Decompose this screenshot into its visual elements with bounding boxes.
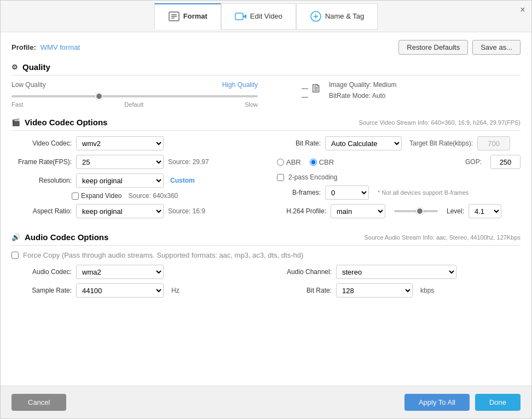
sample-rate-label: Sample Rate: bbox=[11, 287, 72, 294]
video-codec-section: 🎬 Video Codec Options Source Video Strea… bbox=[11, 118, 521, 223]
iq-line-2 bbox=[302, 97, 308, 98]
bitrate-mode-value: BitRate Mode: Auto bbox=[329, 92, 396, 100]
frame-rate-label: Frame Rate(FPS): bbox=[11, 158, 72, 166]
tab-edit-video[interactable]: Edit Video bbox=[221, 3, 296, 30]
audio-codec-section: 🔊 Audio Codec Options Source Audio Strea… bbox=[11, 232, 521, 302]
audio-bitrate-row: Bit Rate: 128 64 192 256 kbps bbox=[277, 283, 521, 298]
bframes-select[interactable]: 0 1 2 bbox=[325, 185, 369, 200]
profile-value: WMV format bbox=[41, 43, 80, 51]
quality-gear-icon: ⚙ bbox=[11, 63, 18, 71]
h264-profile-label: H.264 Profile: bbox=[277, 207, 326, 215]
aspect-ratio-select[interactable]: keep original 16:9 4:3 bbox=[76, 204, 164, 218]
video-codec-select[interactable]: wmv2 wmv1 h264 bbox=[76, 136, 164, 150]
name-tag-icon bbox=[310, 10, 322, 22]
bframes-label: B-frames: bbox=[277, 189, 321, 196]
profile-buttons: Restore Defaults Save as... bbox=[398, 40, 521, 55]
default-label: Default bbox=[124, 101, 143, 108]
quality-top-labels: Low Quality High Quality bbox=[11, 81, 258, 89]
audio-codec-title: Audio Codec Options bbox=[25, 232, 108, 242]
audio-left-col: Audio Codec: wma2 wma mp3 aac Sample Rat… bbox=[11, 265, 255, 302]
profile-left: Profile: WMV format bbox=[11, 43, 80, 51]
frame-rate-source: Source: 29.97 bbox=[168, 158, 209, 166]
resolution-label: Resolution: bbox=[11, 177, 72, 184]
cbr-radio[interactable] bbox=[310, 159, 317, 166]
expand-video-checkbox[interactable] bbox=[72, 193, 79, 200]
profile-row: Profile: WMV format Restore Defaults Sav… bbox=[11, 40, 521, 55]
quality-slider-area: Low Quality High Quality Fast Default Sl… bbox=[11, 81, 258, 108]
tab-format-label: Format bbox=[183, 12, 207, 20]
two-pass-row: 2-pass Encoding bbox=[277, 173, 521, 181]
high-quality-label: High Quality bbox=[222, 81, 258, 89]
gop-label: GOP: bbox=[465, 158, 482, 166]
audio-codec-content: Audio Codec: wma2 wma mp3 aac Sample Rat… bbox=[11, 265, 521, 302]
iq-top-line: 🗎 bbox=[302, 83, 322, 95]
restore-defaults-button[interactable]: Restore Defaults bbox=[398, 40, 468, 55]
two-pass-label: 2-pass Encoding bbox=[288, 173, 337, 181]
h264-profile-select[interactable]: main baseline high bbox=[331, 204, 385, 218]
two-pass-checkbox[interactable] bbox=[277, 174, 284, 181]
cbr-radio-label: CBR bbox=[310, 158, 334, 166]
resolution-select[interactable]: keep original custom bbox=[76, 173, 164, 188]
video-source-info: Source Video Stream Info: 640×360, 16:9,… bbox=[359, 119, 521, 126]
target-bit-rate-label: Target Bit Rate(kbps): bbox=[409, 139, 473, 147]
cancel-button[interactable]: Cancel bbox=[11, 394, 66, 411]
quality-slider[interactable] bbox=[11, 95, 258, 97]
h264-level-slider[interactable] bbox=[394, 210, 438, 212]
svg-marker-5 bbox=[243, 14, 246, 19]
save-as-button[interactable]: Save as... bbox=[472, 40, 521, 55]
audio-channel-select[interactable]: stereo mono 5.1 bbox=[336, 265, 456, 279]
quality-content: Low Quality High Quality Fast Default Sl… bbox=[11, 81, 521, 108]
tab-edit-video-label: Edit Video bbox=[250, 12, 282, 20]
profile-label: Profile: bbox=[11, 43, 36, 51]
video-codec-row: Video Codec: wmv2 wmv1 h264 bbox=[11, 136, 255, 150]
svg-rect-4 bbox=[235, 13, 243, 20]
audio-bit-rate-label: Bit Rate: bbox=[277, 287, 332, 294]
audio-right-col: Audio Channel: stereo mono 5.1 Bit Rate:… bbox=[277, 265, 521, 302]
video-left-col: Video Codec: wmv2 wmv1 h264 Frame Rate(F… bbox=[11, 136, 255, 223]
tab-name-tag[interactable]: Name & Tag bbox=[296, 3, 378, 30]
aspect-ratio-row: Aspect Ratio: keep original 16:9 4:3 Sou… bbox=[11, 204, 255, 218]
quality-title: Quality bbox=[22, 62, 50, 72]
done-button[interactable]: Done bbox=[475, 394, 521, 411]
video-codec-label: Video Codec: bbox=[11, 139, 72, 147]
audio-bit-rate-select[interactable]: 128 64 192 256 bbox=[336, 283, 413, 298]
custom-button[interactable]: Custom bbox=[170, 177, 195, 184]
iq-line-1 bbox=[302, 88, 308, 89]
audio-bit-rate-unit: kbps bbox=[420, 287, 434, 294]
force-copy-label: Force Copy (Pass through audio streams. … bbox=[23, 251, 303, 259]
audio-codec-header: 🔊 Audio Codec Options Source Audio Strea… bbox=[11, 232, 521, 246]
quality-header: ⚙ Quality bbox=[11, 62, 521, 75]
abr-radio[interactable] bbox=[277, 159, 284, 166]
quality-sub-labels: Fast Default Slow bbox=[11, 101, 258, 108]
force-copy-checkbox[interactable] bbox=[11, 252, 19, 259]
audio-codec-icon: 🔊 bbox=[11, 233, 20, 241]
abr-radio-label: ABR bbox=[277, 158, 301, 166]
aspect-ratio-source: Source: 16:9 bbox=[168, 207, 205, 215]
bit-rate-label: Bit Rate: bbox=[277, 139, 321, 147]
fast-label: Fast bbox=[11, 101, 23, 108]
main-content: Profile: WMV format Restore Defaults Sav… bbox=[1, 32, 531, 386]
bframes-row: B-frames: 0 1 2 * Not all devices suppor… bbox=[277, 185, 521, 200]
video-codec-content: Video Codec: wmv2 wmv1 h264 Frame Rate(F… bbox=[11, 136, 521, 223]
sample-rate-select[interactable]: 44100 22050 48000 bbox=[76, 283, 164, 298]
tab-format[interactable]: Format bbox=[154, 3, 221, 30]
close-button[interactable]: × bbox=[518, 5, 527, 14]
audio-channel-row: Audio Channel: stereo mono 5.1 bbox=[277, 265, 521, 279]
audio-codec-label: Audio Codec: bbox=[11, 268, 72, 276]
audio-codec-select[interactable]: wma2 wma mp3 aac bbox=[76, 265, 164, 279]
resolution-row: Resolution: keep original custom Custom bbox=[11, 173, 255, 188]
gop-input[interactable] bbox=[490, 155, 521, 169]
frame-rate-select[interactable]: 25 24 30 bbox=[76, 155, 164, 169]
image-quality-area: 🗎 Image Quality: Medium BitRate Mode: Au… bbox=[302, 81, 396, 100]
image-quality-value: Image Quality: Medium bbox=[329, 81, 396, 89]
bit-rate-select[interactable]: Auto Calculate Custom bbox=[325, 136, 402, 150]
video-codec-header: 🎬 Video Codec Options Source Video Strea… bbox=[11, 118, 521, 131]
document-icon: 🗎 bbox=[310, 83, 322, 95]
iq-lines: 🗎 bbox=[302, 83, 322, 98]
quality-section: ⚙ Quality Low Quality High Quality Fast … bbox=[11, 62, 521, 108]
edit-video-icon bbox=[235, 10, 247, 22]
apply-to-all-button[interactable]: Apply To All bbox=[404, 394, 470, 411]
target-bit-rate-input[interactable] bbox=[477, 136, 510, 150]
aspect-ratio-label: Aspect Ratio: bbox=[11, 207, 72, 215]
level-select[interactable]: 4.1 3.1 4.0 bbox=[469, 204, 501, 218]
